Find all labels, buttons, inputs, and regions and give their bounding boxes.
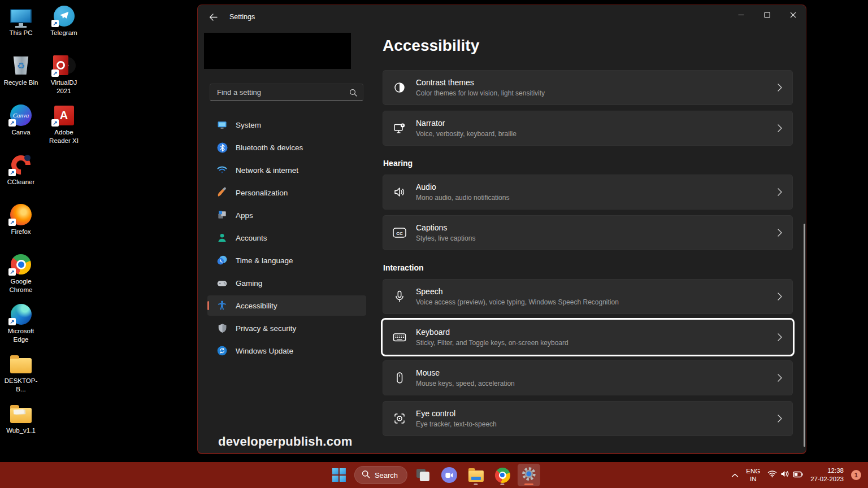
- sidebar-item-bluetooth-devices[interactable]: Bluetooth & devices: [207, 137, 366, 158]
- volume-icon: [780, 470, 789, 480]
- desktop-icon-microsoft-edge[interactable]: ↗ Microsoft Edge: [0, 303, 42, 344]
- setting-row-keyboard[interactable]: KeyboardSticky, Filter, and Toggle keys,…: [383, 320, 793, 355]
- svg-text:CC: CC: [396, 231, 403, 236]
- desktop-icon-recycle-bin[interactable]: ♻ Recycle Bin: [0, 54, 42, 87]
- sidebar-item-apps[interactable]: Apps: [207, 205, 366, 225]
- account-info-redacted: [204, 33, 351, 69]
- back-button[interactable]: [203, 9, 223, 25]
- sidebar-item-privacy-security[interactable]: Privacy & security: [207, 318, 366, 338]
- windows-update-icon: [216, 345, 228, 356]
- chevron-right-icon: [778, 333, 782, 341]
- setting-subtitle: Sticky, Filter, and Toggle keys, on-scre…: [416, 339, 568, 347]
- narrator-icon: [392, 121, 407, 136]
- find-a-setting-searchbox[interactable]: [210, 84, 363, 101]
- setting-row-contrast-themes[interactable]: Contrast themesColor themes for low visi…: [383, 70, 793, 105]
- setting-row-speech[interactable]: SpeechVoice access (preview), voice typi…: [383, 279, 793, 314]
- desktop-icon-this-pc[interactable]: This PC: [0, 5, 42, 37]
- chevron-right-icon: [778, 229, 782, 237]
- settings-gear-icon: [521, 466, 537, 484]
- sidebar-item-system[interactable]: System: [207, 115, 366, 135]
- clock[interactable]: 12:38 27-02-2023: [810, 467, 844, 483]
- desktop-icon-label: Google Chrome: [0, 277, 42, 294]
- settings-button[interactable]: [518, 464, 540, 486]
- sidebar-item-label: Apps: [236, 211, 253, 220]
- sidebar-item-label: Time & language: [236, 256, 293, 265]
- desktop-icon-ccleaner[interactable]: ↗ CCleaner: [0, 154, 42, 186]
- shortcut-arrow-icon: ↗: [51, 119, 59, 127]
- setting-subtitle: Voice access (preview), voice typing, Wi…: [416, 298, 619, 306]
- desktop-icon-label: DESKTOP-B...: [0, 377, 42, 394]
- file-explorer-button[interactable]: [465, 464, 487, 486]
- file-explorer-icon: [468, 470, 484, 482]
- setting-row-audio[interactable]: AudioMono audio, audio notifications: [383, 175, 793, 210]
- search-input[interactable]: [210, 88, 349, 97]
- shortcut-arrow-icon: ↗: [51, 20, 59, 27]
- desktop-icon-virtualdj[interactable]: ↗ VirtualDJ 2021: [43, 54, 85, 95]
- section-header-interaction: Interaction: [383, 263, 793, 272]
- this-pc-icon: [10, 9, 32, 23]
- setting-row-narrator[interactable]: NarratorVoice, verbosity, keyboard, brai…: [383, 111, 793, 146]
- desktop-icon-label: Telegram: [43, 29, 85, 37]
- shortcut-arrow-icon: ↗: [8, 318, 16, 325]
- notification-badge[interactable]: 1: [851, 470, 861, 480]
- tray-chevron-up-icon[interactable]: [731, 470, 739, 480]
- scrollbar[interactable]: [804, 224, 805, 447]
- shortcut-arrow-icon: ↗: [51, 69, 59, 77]
- setting-row-mouse[interactable]: MouseMouse keys, speed, acceleration: [383, 360, 793, 395]
- battery-icon: [793, 470, 803, 480]
- speech-icon: [392, 289, 407, 304]
- accounts-icon: [216, 232, 228, 243]
- sidebar-item-gaming[interactable]: Gaming: [207, 273, 366, 293]
- sidebar-item-label: Personalization: [236, 189, 288, 197]
- tray-time: 12:38: [827, 467, 844, 474]
- setting-subtitle: Styles, live captions: [416, 234, 475, 242]
- desktop-icon-canva[interactable]: Canva↗ Canva: [0, 104, 42, 137]
- chat-button[interactable]: [438, 464, 461, 486]
- setting-subtitle: Mono audio, audio notifications: [416, 194, 509, 202]
- watermark-text: developerpublish.com: [218, 434, 353, 449]
- sidebar-item-accounts[interactable]: Accounts: [207, 228, 366, 248]
- taskbar-search[interactable]: Search: [354, 466, 407, 484]
- language-indicator[interactable]: ENG IN: [746, 467, 760, 483]
- setting-subtitle: Color themes for low vision, light sensi…: [416, 89, 545, 97]
- section-header-hearing: Hearing: [383, 159, 793, 168]
- desktop-icon-adobe-reader[interactable]: A↗ Adobe Reader XI: [43, 104, 85, 145]
- sidebar-item-windows-update[interactable]: Windows Update: [207, 341, 366, 361]
- start-button[interactable]: [328, 464, 350, 486]
- setting-row-eye-control[interactable]: Eye controlEye tracker, text-to-speech: [383, 401, 793, 436]
- desktop-icon-desktop-b-folder[interactable]: DESKTOP-B...: [0, 352, 42, 394]
- contrast-icon: [392, 80, 407, 95]
- desktop-icon-label: Recycle Bin: [0, 79, 42, 87]
- tray-date: 27-02-2023: [810, 476, 844, 482]
- bluetooth-icon: [216, 142, 228, 153]
- sidebar-item-personalization[interactable]: Personalization: [207, 182, 366, 203]
- gaming-icon: [216, 277, 228, 289]
- sidebar-item-label: Privacy & security: [236, 324, 296, 333]
- desktop-icon-firefox[interactable]: ↗ Firefox: [0, 203, 42, 236]
- chevron-right-icon: [778, 84, 782, 91]
- taskbar-search-label: Search: [375, 471, 398, 480]
- setting-subtitle: Mouse keys, speed, acceleration: [416, 380, 515, 387]
- taskbar: Search ENG IN: [0, 462, 868, 488]
- sidebar-item-network-internet[interactable]: Network & internet: [207, 160, 366, 180]
- sidebar-item-label: Accessibility: [236, 302, 277, 310]
- chrome-button[interactable]: [491, 464, 514, 486]
- sidebar-item-accessibility[interactable]: Accessibility: [207, 295, 366, 316]
- search-icon: [349, 89, 357, 97]
- desktop-icon-telegram[interactable]: ↗ Telegram: [43, 5, 85, 37]
- desktop-icon-label: Microsoft Edge: [0, 327, 42, 344]
- desktop-icon-label: Adobe Reader XI: [43, 128, 85, 145]
- quick-settings[interactable]: [767, 470, 803, 480]
- setting-title: Eye control: [416, 409, 455, 418]
- setting-title: Contrast themes: [416, 78, 474, 87]
- chrome-icon: [495, 468, 510, 483]
- sidebar-item-label: Windows Update: [236, 347, 293, 355]
- task-view-button[interactable]: [411, 464, 434, 486]
- desktop-icon-wub-folder[interactable]: Wub_v1.1: [0, 402, 42, 435]
- shortcut-arrow-icon: ↗: [8, 119, 16, 127]
- desktop-icon-google-chrome[interactable]: ↗ Google Chrome: [0, 253, 42, 294]
- setting-row-captions[interactable]: CC CaptionsStyles, live captions: [383, 215, 793, 250]
- folder-icon: [10, 408, 32, 423]
- sidebar-item-time-language[interactable]: Time & language: [207, 250, 366, 271]
- system-tray: ENG IN 12:38 27-02-2023 1: [731, 462, 868, 488]
